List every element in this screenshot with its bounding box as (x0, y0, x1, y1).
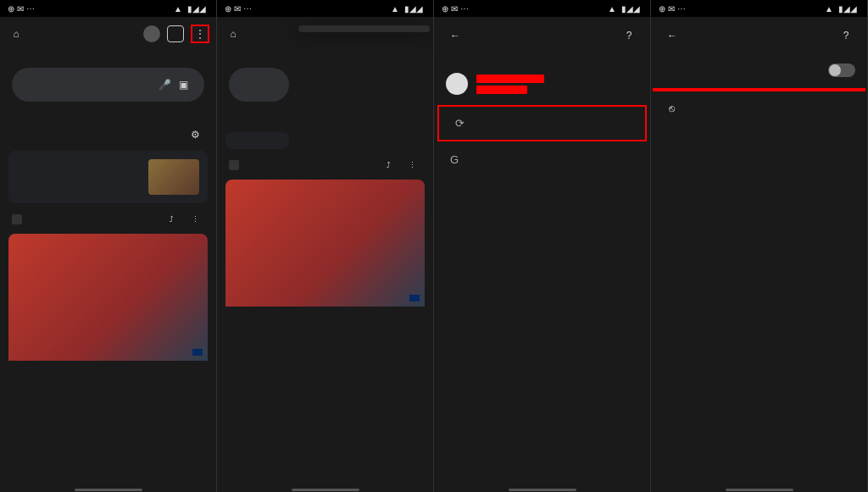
toolbar: ⌂ ⋮ (0, 17, 216, 51)
manage-data-row[interactable] (651, 180, 867, 202)
home-icon[interactable]: ⌂ (7, 25, 25, 43)
signout-row[interactable]: ⎋ (651, 93, 867, 124)
lens-icon[interactable]: ▣ (174, 75, 192, 94)
back-icon[interactable]: ← (663, 26, 682, 45)
mic-icon[interactable]: 🎤 (155, 75, 174, 94)
news-card[interactable] (8, 151, 208, 203)
wifi-icon: ▲ (825, 4, 833, 14)
status-icons: ⊕ ✉ ⋯ (8, 4, 35, 14)
panel-chrome-home: ⊕ ✉ ⋯ ▲▮◢◢ ⌂ ⋮ 🎤 ▣ ⚙ ⤴ ⋮ (0, 0, 217, 492)
redacted-email (476, 86, 527, 94)
news-card[interactable] (225, 132, 289, 149)
home-icon[interactable]: ⌂ (224, 25, 242, 43)
google-icon: G (446, 153, 463, 166)
status-icons: ⊕ ✉ ⋯ (442, 4, 469, 14)
sync-items-box (653, 88, 865, 91)
news-card-large[interactable] (225, 180, 425, 307)
discover-header (217, 119, 433, 132)
discover-header: ⚙ (0, 119, 216, 151)
section-advanced (651, 124, 867, 134)
toggle-off[interactable] (828, 64, 855, 77)
avatar (446, 73, 468, 95)
overflow-menu (298, 25, 430, 32)
help-icon[interactable]: ? (620, 26, 638, 45)
gear-icon[interactable]: ⚙ (186, 125, 204, 144)
toolbar: ⌂ (217, 17, 433, 51)
search-input[interactable]: 🎤 ▣ (12, 68, 204, 102)
wifi-icon: ▲ (174, 4, 182, 14)
share-icon[interactable]: ⤴ (162, 210, 181, 229)
tab-switcher[interactable] (167, 25, 184, 42)
section-basics (434, 176, 650, 186)
status-bar: ⊕ ✉ ⋯ ▲▮◢◢ (0, 0, 216, 17)
sync-icon: ⟳ (451, 117, 468, 130)
status-bar: ⊕ ✉ ⋯ ▲▮◢◢ (651, 0, 867, 17)
share-icon[interactable]: ⤴ (379, 156, 398, 174)
back-icon[interactable]: ← (446, 26, 465, 45)
source-icon (12, 214, 22, 224)
status-bar: ⊕ ✉ ⋯ ▲▮◢◢ (217, 0, 433, 17)
panel-overflow-menu: ⊕ ✉ ⋯ ▲▮◢◢ ⌂ ⤴ ⋮ (217, 0, 434, 492)
encryption-row[interactable] (651, 158, 867, 180)
overflow-menu-button[interactable]: ⋮ (191, 25, 209, 43)
search-input[interactable] (229, 68, 289, 102)
news-title (17, 159, 142, 195)
help-icon[interactable]: ? (837, 26, 855, 45)
wifi-icon: ▲ (391, 4, 399, 14)
news-meta: ⤴ ⋮ (0, 210, 216, 234)
more-icon[interactable]: ⋮ (186, 210, 204, 229)
account-row[interactable] (434, 64, 650, 103)
signal-icon: ▮◢◢ (404, 4, 423, 14)
signal-icon: ▮◢◢ (838, 4, 857, 14)
guardian-badge (409, 295, 420, 301)
redacted-name (476, 75, 544, 83)
status-icons: ⊕ ✉ ⋯ (225, 4, 252, 14)
signout-icon: ⎋ (663, 102, 680, 114)
nav-bar (217, 489, 433, 492)
shortcuts-grid (0, 102, 216, 119)
sync-everything-row[interactable] (651, 54, 867, 86)
source-icon (229, 160, 239, 170)
nav-bar (0, 489, 216, 492)
section-advanced (434, 186, 650, 196)
nav-bar (434, 489, 650, 492)
guardian-badge (192, 349, 203, 356)
sync-row[interactable]: ⟳ (437, 105, 647, 141)
avatar[interactable] (143, 25, 160, 42)
news-thumb (148, 159, 199, 195)
panel-settings: ⊕ ✉ ⋯ ▲▮◢◢ ← ? ⟳ G (434, 0, 651, 492)
activity-controls-row[interactable] (651, 134, 867, 158)
status-icons: ⊕ ✉ ⋯ (659, 4, 686, 14)
shortcuts-grid (217, 102, 433, 119)
settings-header: ← ? (434, 17, 650, 54)
more-icon[interactable]: ⋮ (403, 156, 421, 174)
signal-icon: ▮◢◢ (187, 4, 206, 14)
status-bar: ⊕ ✉ ⋯ ▲▮◢◢ (434, 0, 650, 17)
panel-sync-settings: ⊕ ✉ ⋯ ▲▮◢◢ ← ? ⎋ (651, 0, 868, 492)
signal-icon: ▮◢◢ (621, 4, 640, 14)
sync-header: ← ? (651, 17, 867, 54)
google-services-row[interactable]: G (434, 143, 650, 176)
news-card-large[interactable] (8, 234, 208, 361)
section-you-google (434, 54, 650, 64)
wifi-icon: ▲ (608, 4, 616, 14)
nav-bar (651, 489, 867, 492)
news-meta: ⤴ ⋮ (217, 156, 433, 180)
